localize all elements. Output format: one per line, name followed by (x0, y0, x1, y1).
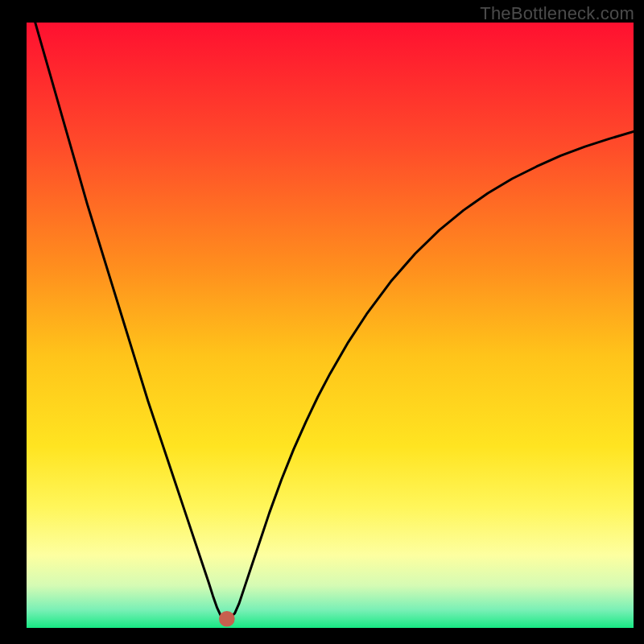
plot-background (27, 23, 634, 628)
optimum-marker (219, 611, 235, 627)
bottleneck-chart (0, 0, 644, 644)
chart-stage: TheBottleneck.com (0, 0, 644, 644)
